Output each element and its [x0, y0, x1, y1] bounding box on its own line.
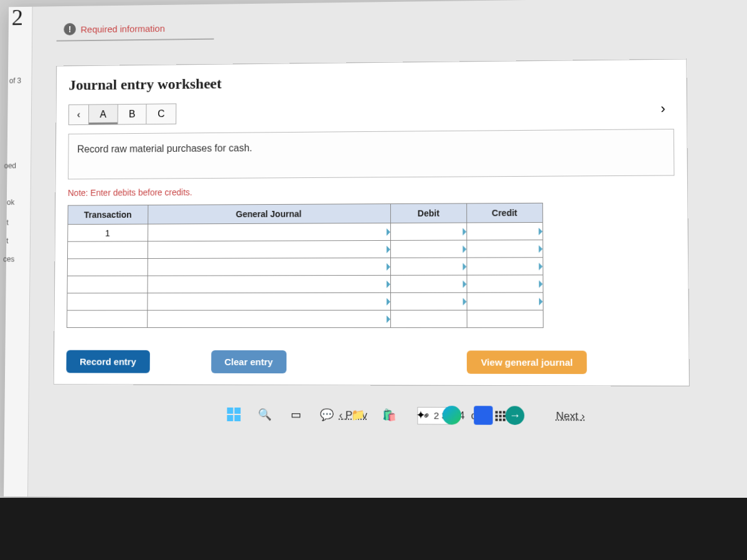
record-entry-button[interactable]: Record entry: [66, 350, 149, 373]
question-number: 2: [12, 4, 24, 30]
note-text: Note: Enter debits before credits.: [68, 185, 675, 198]
col-general-journal: General Journal: [148, 204, 390, 225]
cell-debit-6[interactable]: [391, 310, 467, 327]
dropdown-caret-icon: [463, 228, 466, 235]
sidebar-frag-oed: oed: [4, 162, 16, 170]
cell-transaction-5: [67, 293, 148, 310]
tab-a[interactable]: A: [89, 104, 118, 125]
dropdown-caret-icon: [539, 280, 543, 287]
chevron-right-icon: ›: [660, 101, 665, 117]
tab-b[interactable]: B: [118, 104, 147, 125]
required-info-row[interactable]: ! Required information: [57, 16, 214, 41]
cell-debit-5[interactable]: [391, 292, 467, 310]
dropdown-caret-icon: [387, 228, 390, 236]
dropdown-caret-icon: [539, 298, 543, 306]
cell-gj-3[interactable]: [148, 258, 391, 276]
file-explorer-icon[interactable]: 📁: [349, 406, 367, 424]
cell-debit-3[interactable]: [391, 258, 467, 275]
task-view-icon[interactable]: ▭: [286, 405, 305, 424]
dropdown-caret-icon: [463, 281, 466, 288]
cell-credit-5[interactable]: [467, 292, 543, 310]
cell-transaction-2: [67, 241, 148, 259]
dropdown-caret-icon: [539, 263, 543, 270]
col-credit: Credit: [466, 203, 543, 223]
chevron-left-icon: ‹: [77, 110, 80, 121]
tab-next-button[interactable]: ›: [652, 98, 674, 119]
dropdown-caret-icon: [387, 298, 390, 306]
windows-start-icon[interactable]: [225, 405, 243, 424]
col-debit: Debit: [391, 203, 467, 223]
cell-transaction-3: [67, 258, 148, 276]
cell-debit-1[interactable]: [391, 223, 467, 240]
windows-taskbar: 🔍 ▭ 💬 📁 🛍️ ✦ →: [4, 399, 747, 432]
sidebar-frag-ces: ces: [3, 255, 14, 264]
dropdown-caret-icon: [387, 263, 390, 271]
app-icon-2[interactable]: [474, 406, 492, 424]
dropdown-caret-icon: [463, 263, 466, 271]
cell-credit-4[interactable]: [467, 275, 543, 292]
dropdown-caret-icon: [463, 298, 466, 306]
cell-credit-3[interactable]: [466, 258, 543, 275]
edge-icon[interactable]: [443, 406, 461, 424]
tab-row: ‹ A B C: [68, 99, 674, 125]
cell-gj-1[interactable]: [148, 223, 391, 241]
clear-entry-button[interactable]: Clear entry: [211, 350, 286, 373]
journal-table: Transaction General Journal Debit Credit…: [67, 203, 543, 328]
store-icon[interactable]: 🛍️: [380, 406, 398, 424]
tab-prev-button[interactable]: ‹: [68, 105, 89, 126]
bottom-black-area: [0, 498, 747, 560]
view-general-journal-button[interactable]: View general journal: [467, 350, 587, 374]
tab-c[interactable]: C: [147, 103, 177, 124]
app-icon-1[interactable]: ✦: [411, 406, 430, 424]
cell-debit-2[interactable]: [391, 240, 467, 258]
cell-gj-2[interactable]: [148, 240, 391, 258]
cell-credit-2[interactable]: [466, 240, 543, 258]
worksheet-card: Journal entry worksheet ‹ A B C › Record…: [54, 58, 690, 386]
dropdown-caret-icon: [387, 246, 390, 253]
search-icon[interactable]: 🔍: [255, 405, 274, 424]
cell-transaction-4: [67, 276, 148, 293]
sidebar-frag-t2: t: [6, 236, 8, 245]
sidebar-frag-ok: ok: [7, 198, 14, 207]
cell-credit-1[interactable]: [466, 222, 543, 240]
cell-gj-6[interactable]: [147, 310, 390, 328]
dropdown-caret-icon: [387, 315, 390, 323]
dropdown-caret-icon: [538, 245, 542, 253]
app-icon-3[interactable]: →: [505, 406, 525, 425]
cell-transaction-6: [67, 310, 148, 328]
sidebar-frag-t1: t: [6, 218, 8, 227]
sidebar-of-text: of 3: [9, 77, 21, 85]
worksheet-title: Journal entry worksheet: [68, 71, 674, 94]
dropdown-caret-icon: [538, 228, 542, 235]
required-info-label: Required information: [80, 23, 164, 34]
dropdown-caret-icon: [463, 246, 466, 253]
cell-debit-4[interactable]: [391, 275, 467, 292]
cell-gj-4[interactable]: [148, 275, 391, 293]
col-transaction: Transaction: [68, 205, 148, 225]
exclaim-icon: !: [63, 23, 76, 35]
chat-icon[interactable]: 💬: [317, 405, 336, 424]
cell-gj-5[interactable]: [147, 292, 390, 310]
cell-credit-6[interactable]: [467, 310, 543, 327]
dropdown-caret-icon: [387, 281, 390, 288]
cell-transaction-1: 1: [68, 224, 148, 241]
action-row: Record entry Clear entry View general jo…: [66, 350, 676, 375]
transaction-description: Record raw material purchases for cash.: [68, 129, 674, 179]
